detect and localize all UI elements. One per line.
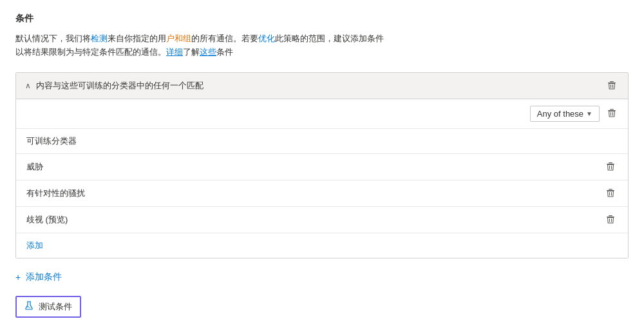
flask-icon [24, 301, 33, 312]
page-title: 条件 [15, 13, 629, 24]
svg-rect-17 [609, 215, 612, 216]
desc-part3: 的所有通信。若要 [191, 34, 258, 43]
plus-icon: + [15, 272, 21, 282]
toolbar-delete-button[interactable] [605, 107, 619, 120]
chevron-down-icon: ▼ [586, 110, 592, 117]
desc-link2[interactable]: 这些 [200, 47, 216, 57]
row-delete-button-3[interactable] [603, 213, 618, 226]
desc-part1: 默认情况下，我们将 [15, 34, 91, 43]
chevron-up-icon: ∧ [25, 81, 31, 90]
condition-header-left: ∧ 内容与这些可训练的分类器中的任何一个匹配 [25, 80, 204, 92]
description: 默认情况下，我们将检测来自你指定的用户和组的所有通信。若要优化此策略的范围，建议… [15, 32, 629, 59]
desc-highlight1: 检测 [91, 34, 108, 43]
condition-row-classifier: 可训练分类器 [16, 129, 628, 154]
condition-header[interactable]: ∧ 内容与这些可训练的分类器中的任何一个匹配 [16, 73, 628, 99]
svg-point-21 [28, 306, 29, 307]
desc-link1[interactable]: 详细 [166, 47, 183, 57]
test-condition-label: 测试条件 [39, 301, 72, 313]
condition-block: ∧ 内容与这些可训练的分类器中的任何一个匹配 Any of these ▼ [15, 72, 629, 258]
row-delete-button-1[interactable] [603, 160, 618, 173]
condition-row-label-1: 威胁 [26, 161, 603, 173]
svg-point-22 [29, 307, 30, 308]
condition-toolbar: Any of these ▼ [16, 99, 628, 129]
condition-row-label-2: 有针对性的骚扰 [26, 188, 603, 199]
any-of-these-label: Any of these [537, 109, 583, 119]
condition-row-label-0: 可训练分类器 [26, 135, 618, 147]
trash-icon-row2 [606, 188, 615, 197]
test-condition-button[interactable]: 测试条件 [15, 296, 81, 318]
condition-delete-button[interactable] [605, 79, 619, 92]
trash-icon [607, 81, 616, 90]
desc-part6: 了解 [183, 47, 200, 57]
condition-row-harassment: 有针对性的骚扰 [16, 180, 628, 207]
trash-icon-row3 [606, 215, 615, 224]
condition-row-discrimination: 歧视 (预览) [16, 207, 628, 233]
trash-icon-toolbar [607, 108, 616, 117]
add-row-button[interactable]: 添加 [16, 233, 628, 258]
desc-part7: 条件 [216, 47, 233, 57]
add-condition-row[interactable]: + 添加条件 [15, 269, 629, 286]
condition-header-text: 内容与这些可训练的分类器中的任何一个匹配 [36, 80, 204, 92]
svg-rect-5 [610, 109, 614, 110]
trash-icon-row1 [606, 162, 615, 171]
page-container: 条件 默认情况下，我们将检测来自你指定的用户和组的所有通信。若要优化此策略的范围… [15, 13, 629, 318]
condition-row-threat: 威胁 [16, 154, 628, 180]
desc-highlight2: 户和组 [166, 34, 191, 43]
desc-part5: 以将结果限制为与特定条件匹配的通信。 [15, 47, 166, 57]
svg-rect-13 [609, 189, 612, 189]
add-row-label: 添加 [26, 240, 43, 251]
add-condition-label: 添加条件 [26, 271, 62, 283]
desc-part4: 此策略的范围，建议添加条件 [275, 34, 384, 43]
any-of-these-button[interactable]: Any of these ▼ [530, 106, 600, 122]
svg-rect-9 [609, 162, 612, 163]
desc-highlight3: 优化 [258, 34, 275, 43]
svg-rect-1 [610, 81, 614, 82]
desc-part2: 来自你指定的用 [108, 34, 166, 43]
condition-row-label-3: 歧视 (预览) [26, 214, 603, 226]
row-delete-button-2[interactable] [603, 187, 618, 200]
